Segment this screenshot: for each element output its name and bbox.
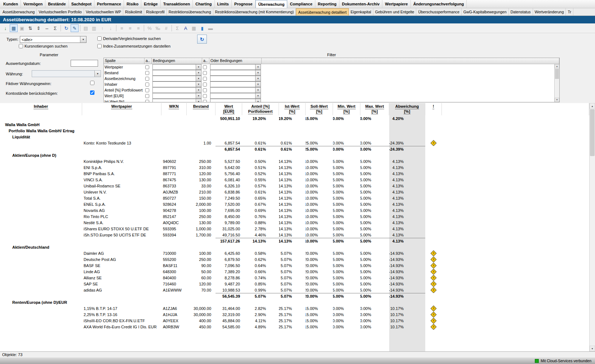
menu-item-vermoegen[interactable]: Vermögen [21,0,45,8]
table-row-ish-sto-europe-50-ucits-etf-de[interactable]: iSh.STO.Europe 50 UCITS ETF DE5933941,70… [0,232,589,238]
filter-condition-combobox[interactable]: ▼ [152,64,201,70]
scroll-up-icon[interactable]: ▲ [590,103,595,109]
scroll-down-icon[interactable]: ▼ [590,346,595,351]
table-row-sap-se[interactable]: SAP SE716460120.009,487.200.85%5.07%20.0… [0,281,589,287]
column-header-ist-wert[interactable]: Ist-Wert[%] [279,103,306,115]
group-row-walla-walla-gmbh[interactable]: Walla Walla GmbH [0,121,589,128]
table-row-ishares-euro-stoxx-50-u-etf-de[interactable]: iShares EURO STOXX 50 U.ETF DE5933951,00… [0,226,589,232]
expand-rows-icon[interactable]: ⇕ [35,24,43,32]
refresh-button[interactable]: ↻ [197,35,207,44]
table-row-deutsche-post-ag[interactable]: Deutsche Post AG555200250.006,879.500.62… [0,256,589,262]
filter-or-and-checkbox[interactable] [203,83,207,86]
tab-tr[interactable]: Tr [566,8,573,15]
filter-condition-combobox[interactable]: ▼ [152,99,201,102]
tab-gebuehren-und-entgelte[interactable]: Gebühren und Entgelte [373,8,417,15]
kursnotierungen-checkbox[interactable] [19,44,23,48]
tab-wertveraenderung[interactable]: Wertveränderung [533,8,566,15]
column-header-abweichung[interactable]: Abweichung[%] [389,103,425,115]
filter-or-and-checkbox[interactable] [203,100,207,103]
menu-item-wertpapiere[interactable]: Wertpapiere [382,0,410,8]
menu-item-compliance[interactable]: Compliance [287,0,315,8]
tab-risikoprofil[interactable]: Risikoprofil [144,8,166,15]
chevron-down-icon[interactable]: ▼ [80,36,86,43]
typen-combobox[interactable]: <alle> ▼ [20,36,86,43]
tab-assetueberwachung-detailliert[interactable]: Assetüberwachung detailliert [296,8,348,15]
menu-item-aenderungsnachverfolgung[interactable]: Änderungsnachverfolgung [411,0,467,8]
sum-row-icon[interactable]: Σ [51,24,59,32]
edit-layout-icon[interactable]: ✎ [71,24,79,32]
kursnotierungen-checkbox-row[interactable]: Kursnotierungen suchen [19,44,67,48]
filter-or-condition-combobox[interactable]: ▼ [210,64,261,70]
fit-columns-icon[interactable]: ⇔ [43,24,51,32]
tab-verlustschwellen-wp[interactable]: Verlustschwellen WP [84,8,123,15]
table-row-novartis-ag[interactable]: Novartis AG904278100.007,695.000.69%14.1… [0,207,589,213]
group-row-portfolio-walla-walla-gmbh-ertrag[interactable]: Portfolio Walla Walla GmbH/ Ertrag [0,128,589,134]
menu-item-transaktionen[interactable]: Transaktionen [161,0,193,8]
column-header-anteil[interactable]: Anteil [%]Portfoliowert [242,103,279,115]
filter-or-and-checkbox[interactable] [203,94,207,98]
table-vertical-scrollbar[interactable]: ▲ ▼ [589,103,595,351]
column-header-max-wert[interactable]: Max. Wert[%] [360,103,389,115]
table-row-vinci-s-a[interactable]: VINCI S.A.867475130.006,081.400.55%14.13… [0,177,589,183]
scroll-down-icon[interactable]: ▼ [555,98,559,102]
transpose-icon[interactable]: ⇅ [26,24,34,32]
fiktiver-waehrungsgewinn-checkbox-row[interactable] [90,81,94,85]
menu-item-prognose[interactable]: Prognose [232,0,256,8]
index-zusammensetzungen-checkbox[interactable] [97,44,102,48]
refresh-icon[interactable]: ↻ [62,24,70,32]
tab-ueberschussperformance[interactable]: Überschussperformance [416,8,461,15]
auswertungsdatum-input[interactable] [71,60,98,67]
tab-risikolimit[interactable]: Risikolimit [123,8,144,15]
group-row-renten-europa-ohne-d-eur[interactable]: Renten/Europa (ohne D)/EUR [0,299,589,305]
filter-and-checkbox[interactable] [145,100,149,103]
filter-or-and-checkbox[interactable] [203,77,207,81]
table-row-allianz-se[interactable]: Allianz SE84040060.008,278.860.74%5.07%2… [0,275,589,281]
column-header-wkn[interactable]: WKN [161,103,187,115]
filter-and-checkbox[interactable] [145,65,149,69]
index-zusammensetzungen-checkbox-row[interactable]: Index-Zusammensetzungen darstellen [97,44,170,48]
menu-item-sachdepot[interactable]: Sachdepot [69,0,94,8]
tab-eigenkapital[interactable]: Eigenkapital [349,8,373,15]
filter-and-checkbox[interactable] [145,88,149,92]
filter-or-condition-combobox[interactable]: ▼ [210,70,261,76]
group-row-liquiditaet[interactable]: Liquidität [0,134,589,140]
menu-item-ertraege[interactable]: Erträge [141,0,161,8]
column-header-soll-wert[interactable]: Soll-Wert[%] [306,103,333,115]
tab-restriktionsueberwachung-mit-kommentierung[interactable]: Restriktionsüberwachung (mit Kommentieru… [213,8,296,15]
menu-item-ueberwachung[interactable]: Überwachung [256,0,288,8]
derivate-checkbox-row[interactable]: Derivate/Vergleichswerte suchen [97,36,161,41]
filter-condition-combobox[interactable]: ▼ [152,76,201,81]
scroll-up-icon[interactable]: ▲ [555,64,559,68]
filter-and-checkbox[interactable] [145,77,149,81]
kontostaende-checkbox-row[interactable] [90,90,94,95]
filter-condition-combobox[interactable]: ▼ [152,87,201,93]
table-row-konto-konto-testkunde-13[interactable]: Konto: Konto Testkunde 131.006,857.540.6… [0,140,589,146]
group-row-aktien-europa-ohne-d[interactable]: Aktien/Europa (ohne D) [0,152,589,158]
menu-item-limits[interactable]: Limits [215,0,232,8]
table-row-linde-ag[interactable]: Linde AG64830050.007,389.200.66%5.07%20.… [0,268,589,275]
font-icon[interactable]: A [182,24,190,32]
column-header-bestand[interactable]: Bestand [187,103,216,115]
column-header-inhaber[interactable]: Inhaber [0,103,82,115]
group-row-aktien-deutschland[interactable]: Aktien/Deutschland [0,244,589,250]
table-row-unilever-n-v[interactable]: Unilever N.V.A0JMZB210.006,838.860.61%14… [0,189,589,195]
tab-assetueberwachung[interactable]: Assetüberwachung [1,8,37,15]
table-row-unibail-rodamco-se[interactable]: Unibail-Rodamco SE86373333.006,326.100.5… [0,183,589,189]
filter-condition-combobox[interactable]: ▼ [152,81,201,87]
fiktiver-waehrungsgewinn-checkbox[interactable] [90,81,94,85]
menu-item-charting[interactable]: Charting [193,0,214,8]
tab-restriktionsueberwachung[interactable]: Restriktionsüberwachung [167,8,213,15]
filter-or-condition-combobox[interactable]: ▼ [210,81,261,87]
table-row-basf-se[interactable]: BASF SEBASF1190.007,096.500.64%5.07%20.0… [0,262,589,268]
menu-item-reporting[interactable]: Reporting [315,0,339,8]
filter-and-checkbox[interactable] [145,94,149,98]
table-row-rio-tinto-plc[interactable]: Rio Tinto PLC852147250.008,450.000.76%14… [0,213,589,219]
filter-scrollbar-thumb[interactable] [555,69,559,79]
filter-or-condition-combobox[interactable]: ▼ [210,93,261,99]
export-icon[interactable]: ↓ [1,24,9,32]
menu-item-risiko[interactable]: Risiko [124,0,141,8]
filter-or-condition-combobox[interactable]: ▼ [210,87,261,93]
filter-and-checkbox[interactable] [145,83,149,86]
filter-condition-combobox[interactable]: ▼ [152,70,201,76]
filter-and-checkbox[interactable] [145,71,149,75]
